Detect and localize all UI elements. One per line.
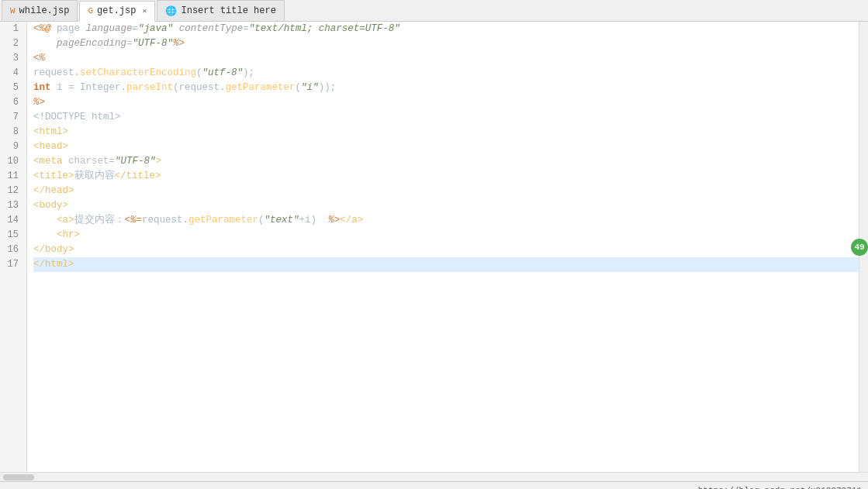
line-num-6: 6 [0,95,22,110]
code-line-1: <%@ page language="java" contentType="te… [33,22,868,36]
line-num-15: 15 [0,228,22,243]
code-line-17: </html> [33,257,868,272]
scrollbar-thumb [3,474,34,480]
close-icon[interactable]: ✕ [142,6,147,15]
line-num-1: 1 [0,22,22,36]
tab-insert-title[interactable]: 🌐 Insert title here [157,0,284,21]
status-bar: https://blog.csdn.net/u013979711 [0,481,868,489]
code-line-16: </body> [33,243,868,257]
line-num-8: 8 [0,125,22,139]
tab-get-jsp[interactable]: G get.jsp ✕ [79,1,155,22]
code-line-11: <title>获取内容</title> [33,169,868,184]
code-line-15: <hr> [33,228,868,243]
tab-label-get: get.jsp [97,5,136,16]
code-line-6: %> [33,95,868,110]
code-line-10: <meta charset="UTF-8"> [33,154,868,169]
code-line-4: request.setCharacterEncoding("utf-8"); [33,66,868,81]
tab-label-insert: Insert title here [181,5,275,16]
line-num-14: 14 [0,213,22,228]
line-num-5: 5 [0,81,22,95]
code-area[interactable]: <%@ page language="java" contentType="te… [27,22,868,472]
globe-icon: 🌐 [165,5,177,17]
line-num-12: 12 [0,184,22,198]
line-num-3: 3 [0,51,22,66]
code-line-2: pageEncoding="UTF-8"%> [33,36,868,51]
line-num-16: 16 [0,243,22,257]
code-line-14: <a>提交内容：<%=request.getParameter("text"+i… [33,213,868,228]
jsp-file-icon: W [10,6,16,15]
code-line-7: <!DOCTYPE html> [33,110,868,125]
line-num-10: 10 [0,154,22,169]
status-url: https://blog.csdn.net/u013979711 [698,486,862,490]
editor-container: 1 2 3 4 5 6 7 8 9 10 11 12 13 14 15 16 1… [0,22,868,472]
tab-label-while: while.jsp [19,5,70,16]
horizontal-scrollbar[interactable] [0,472,868,481]
jsp-file-icon-get: G [88,6,93,15]
line-numbers: 1 2 3 4 5 6 7 8 9 10 11 12 13 14 15 16 1… [0,22,27,472]
code-line-12: </head> [33,184,868,198]
line-num-11: 11 [0,169,22,184]
code-line-3: <% [33,51,868,66]
line-num-17: 17 [0,257,22,272]
badge-value: 49 [854,243,864,252]
code-line-8: <html> [33,125,868,139]
side-badge: 49 [851,239,868,256]
line-num-4: 4 [0,66,22,81]
line-num-7: 7 [0,110,22,125]
line-num-9: 9 [0,139,22,154]
line-num-13: 13 [0,198,22,213]
code-line-9: <head> [33,139,868,154]
code-line-13: <body> [33,198,868,213]
tab-bar: W while.jsp G get.jsp ✕ 🌐 Insert title h… [0,0,868,22]
code-line-5: int i = Integer.parseInt(request.getPara… [33,81,868,95]
line-num-2: 2 [0,36,22,51]
tab-while-jsp[interactable]: W while.jsp [2,0,78,21]
